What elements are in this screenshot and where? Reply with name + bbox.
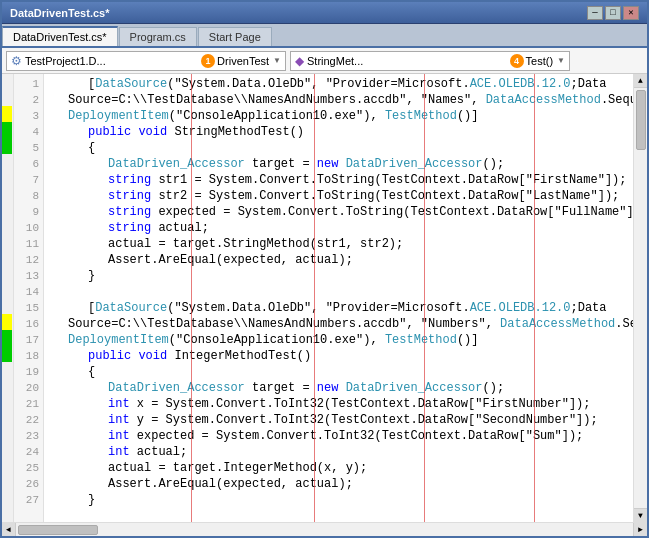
- code-line-8: string str2 = System.Convert.ToString(Te…: [48, 188, 633, 204]
- code-line-7: string str1 = System.Convert.ToString(Te…: [48, 172, 633, 188]
- scroll-left-button[interactable]: ◄: [2, 523, 16, 537]
- code-line-14: [48, 284, 633, 300]
- code-line-27: }: [48, 492, 633, 508]
- scroll-up-button[interactable]: ▲: [634, 74, 648, 88]
- code-line-20: DataDriven_Accessor target = new DataDri…: [48, 380, 633, 396]
- code-line-25: actual = target.IntegerMethod(x, y);: [48, 460, 633, 476]
- horizontal-scrollbar[interactable]: ◄ ►: [2, 522, 647, 536]
- tab-programcs[interactable]: Program.cs: [119, 27, 197, 46]
- green-indicator-4: [2, 346, 12, 362]
- tab-bar: DataDrivenTest.cs* Program.cs Start Page: [2, 24, 647, 48]
- method-dropdown-arrow: ▼: [557, 56, 565, 65]
- code-line-19: {: [48, 364, 633, 380]
- class-dropdown[interactable]: ⚙ TestProject1.D... 1 DrivenTest ▼: [6, 51, 286, 71]
- dropdown-bar: ⚙ TestProject1.D... 1 DrivenTest ▼ ◆ Str…: [2, 48, 647, 74]
- code-line-18: public void IntegerMethodTest(): [48, 348, 633, 364]
- green-indicator-2: [2, 138, 12, 154]
- scroll-down-button[interactable]: ▼: [634, 508, 648, 522]
- tab-datadriventest[interactable]: DataDrivenTest.cs*: [2, 26, 118, 46]
- line-numbers: 1 2 3 4 5 6 7 8 9 10 11 12 13 14 15 16 1…: [14, 74, 44, 522]
- code-line-1: [DataSource("System.Data.OleDb", "Provid…: [48, 76, 633, 92]
- code-line-5: {: [48, 140, 633, 156]
- close-button[interactable]: ✕: [623, 6, 639, 20]
- code-line-24: int actual;: [48, 444, 633, 460]
- green-indicator-3: [2, 330, 12, 346]
- marker-4: 4: [510, 54, 524, 68]
- tab-programcs-label: Program.cs: [130, 31, 186, 43]
- method-dropdown[interactable]: ◆ StringMet... 4 Test() ▼: [290, 51, 570, 71]
- code-line-9: string expected = System.Convert.ToStrin…: [48, 204, 633, 220]
- scroll-thumb[interactable]: [636, 90, 646, 150]
- maximize-button[interactable]: □: [605, 6, 621, 20]
- scroll-right-button[interactable]: ►: [633, 523, 647, 537]
- code-line-10: string actual;: [48, 220, 633, 236]
- code-line-17: DeploymentItem("ConsoleApplication10.exe…: [48, 332, 633, 348]
- marker-1: 1: [201, 54, 215, 68]
- code-line-4: public void StringMethodTest(): [48, 124, 633, 140]
- code-line-2: Source=C:\\TestDatabase\\NamesAndNumbers…: [48, 92, 633, 108]
- minimize-button[interactable]: ─: [587, 6, 603, 20]
- editor: 1 2 3 4 5 6 7 8 9 10 11 12 13 14 15 16 1…: [2, 74, 647, 522]
- window-title: DataDrivenTest.cs*: [10, 7, 109, 19]
- code-line-21: int x = System.Convert.ToInt32(TestConte…: [48, 396, 633, 412]
- yellow-indicator-1: [2, 106, 12, 122]
- code-line-22: int y = System.Convert.ToInt32(TestConte…: [48, 412, 633, 428]
- hscroll-thumb[interactable]: [18, 525, 98, 535]
- indicator-gutter: [2, 74, 14, 522]
- tab-startpage-label: Start Page: [209, 31, 261, 43]
- code-line-13: }: [48, 268, 633, 284]
- vertical-scrollbar[interactable]: ▲ ▼: [633, 74, 647, 522]
- project-icon: ⚙: [11, 54, 22, 68]
- class-dropdown-arrow: ▼: [273, 56, 281, 65]
- code-line-12: Assert.AreEqual(expected, actual);: [48, 252, 633, 268]
- code-line-3: DeploymentItem("ConsoleApplication10.exe…: [48, 108, 633, 124]
- method-dropdown-suffix: Test(): [526, 55, 554, 67]
- code-line-11: actual = target.StringMethod(str1, str2)…: [48, 236, 633, 252]
- green-indicator-1: [2, 122, 12, 138]
- title-bar: DataDrivenTest.cs* ─ □ ✕: [2, 2, 647, 24]
- method-dropdown-value: StringMet...: [307, 55, 508, 67]
- class-dropdown-suffix: DrivenTest: [217, 55, 269, 67]
- string-icon: ◆: [295, 54, 304, 68]
- tab-startpage[interactable]: Start Page: [198, 27, 272, 46]
- tab-datadriventest-label: DataDrivenTest.cs*: [13, 31, 107, 43]
- code-area[interactable]: [DataSource("System.Data.OleDb", "Provid…: [44, 74, 633, 522]
- code-line-16: Source=C:\\TestDatabase\\NamesAndNumbers…: [48, 316, 633, 332]
- yellow-indicator-2: [2, 314, 12, 330]
- class-dropdown-value: TestProject1.D...: [25, 55, 199, 67]
- code-line-6: DataDriven_Accessor target = new DataDri…: [48, 156, 633, 172]
- code-line-26: Assert.AreEqual(expected, actual);: [48, 476, 633, 492]
- code-line-23: int expected = System.Convert.ToInt32(Te…: [48, 428, 633, 444]
- code-line-15: [DataSource("System.Data.OleDb", "Provid…: [48, 300, 633, 316]
- window: DataDrivenTest.cs* ─ □ ✕ DataDrivenTest.…: [0, 0, 649, 538]
